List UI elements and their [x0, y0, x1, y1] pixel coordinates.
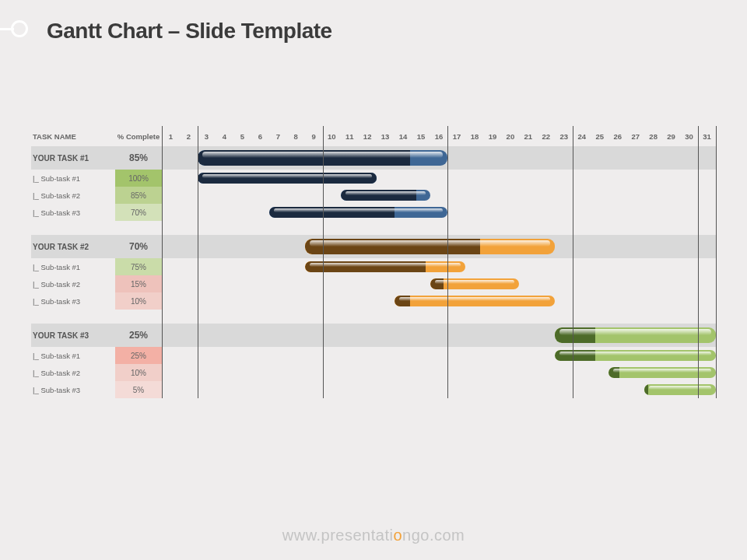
gantt-bar [555, 327, 716, 343]
day-header: 31 [698, 126, 716, 146]
gantt-bar [430, 278, 520, 289]
day-header: 17 [448, 126, 466, 146]
day-header: 24 [573, 126, 591, 146]
task-row-sub: |_ Sub-task #370% [31, 204, 716, 221]
task-name: YOUR TASK #3 [31, 324, 115, 347]
day-header: 4 [216, 126, 233, 146]
gantt-chart: TASK NAME % Complete 1234567891011121314… [31, 126, 716, 398]
day-header: 7 [269, 126, 287, 146]
day-header: 26 [608, 126, 626, 146]
day-header: 2 [180, 126, 198, 146]
gantt-bar [305, 261, 466, 271]
day-header: 29 [662, 126, 680, 146]
gantt-bar [555, 350, 716, 360]
day-header: 8 [287, 126, 305, 146]
day-header: 5 [233, 126, 251, 146]
day-header: 22 [537, 126, 555, 146]
day-header: 30 [680, 126, 698, 146]
task-row-sub: |_ Sub-task #285% [31, 187, 716, 204]
task-percent: 10% [115, 364, 162, 381]
task-name: |_ Sub-task #1 [31, 347, 115, 364]
day-header: 1 [162, 126, 180, 146]
day-header: 15 [412, 126, 430, 146]
task-row-sub: |_ Sub-task #1100% [31, 170, 716, 187]
task-name: |_ Sub-task #1 [31, 258, 115, 275]
task-name: YOUR TASK #1 [31, 146, 115, 170]
day-header: 11 [341, 126, 359, 146]
task-name: |_ Sub-task #3 [31, 381, 115, 398]
gantt-bar [608, 367, 716, 377]
day-header: 12 [359, 126, 377, 146]
gantt-bar [644, 384, 716, 394]
day-header: 16 [430, 126, 448, 146]
gantt-bar [198, 173, 377, 183]
task-row-main: YOUR TASK #185% [31, 146, 716, 170]
column-header-pct: % Complete [115, 126, 162, 146]
task-name: |_ Sub-task #2 [31, 187, 115, 204]
task-name: |_ Sub-task #2 [31, 275, 115, 292]
task-percent: 70% [115, 204, 162, 221]
day-header: 3 [198, 126, 216, 146]
task-name: |_ Sub-task #3 [31, 204, 115, 221]
day-header: 25 [591, 126, 608, 146]
task-percent: 75% [115, 258, 162, 275]
gantt-header-row: TASK NAME % Complete 1234567891011121314… [31, 126, 716, 146]
task-name: YOUR TASK #2 [31, 235, 115, 258]
gantt-bar [269, 207, 448, 217]
task-row-sub: |_ Sub-task #175% [31, 258, 716, 275]
column-header-task: TASK NAME [31, 126, 115, 146]
day-header: 18 [465, 126, 483, 146]
task-percent: 25% [115, 324, 162, 347]
task-percent: 70% [115, 235, 162, 258]
task-name: |_ Sub-task #1 [31, 170, 115, 187]
day-header: 20 [501, 126, 519, 146]
task-row-sub: |_ Sub-task #210% [31, 364, 716, 381]
task-name: |_ Sub-task #2 [31, 364, 115, 381]
task-percent: 15% [115, 275, 162, 292]
gantt-bar [305, 239, 556, 254]
day-header: 13 [377, 126, 395, 146]
day-header: 14 [395, 126, 412, 146]
task-percent: 100% [115, 170, 162, 187]
day-header: 10 [323, 126, 341, 146]
slide-title: Gantt Chart – Slide Template [47, 19, 332, 44]
task-percent: 85% [115, 187, 162, 204]
day-header: 6 [251, 126, 269, 146]
task-row-sub: |_ Sub-task #125% [31, 347, 716, 364]
task-percent: 10% [115, 292, 162, 310]
task-percent: 85% [115, 146, 162, 170]
task-row-sub: |_ Sub-task #35% [31, 381, 716, 398]
gantt-bar [395, 296, 556, 306]
task-percent: 5% [115, 381, 162, 398]
task-row-main: YOUR TASK #325% [31, 324, 716, 347]
task-row-sub: |_ Sub-task #215% [31, 275, 716, 292]
task-row-main: YOUR TASK #270% [31, 235, 716, 258]
task-name: |_ Sub-task #3 [31, 292, 115, 310]
footer-watermark: www.presentationgo.com [0, 527, 747, 544]
gantt-bar [341, 190, 430, 200]
day-header: 19 [483, 126, 501, 146]
day-header: 23 [555, 126, 573, 146]
slide-marker-icon [6, 17, 47, 45]
day-header: 28 [644, 126, 662, 146]
day-header: 27 [626, 126, 644, 146]
gantt-bar [198, 150, 448, 166]
task-row-sub: |_ Sub-task #310% [31, 292, 716, 310]
day-header: 9 [305, 126, 323, 146]
day-header: 21 [519, 126, 537, 146]
task-percent: 25% [115, 347, 162, 364]
